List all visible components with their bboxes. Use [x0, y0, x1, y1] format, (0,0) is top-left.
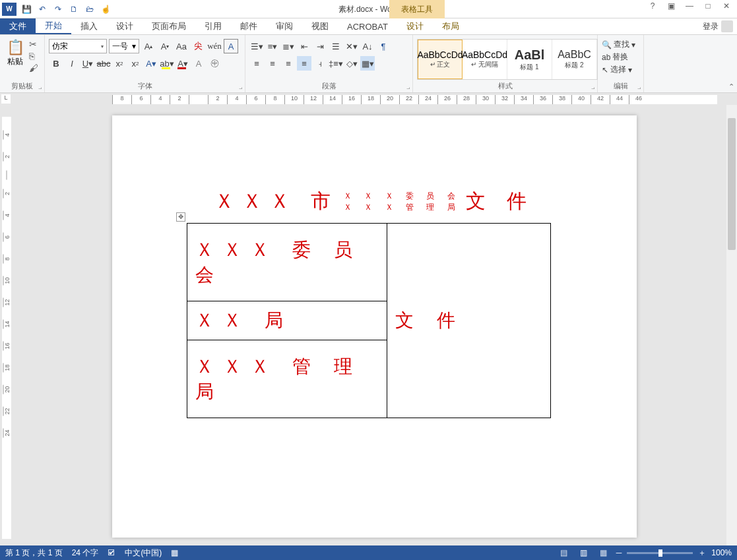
view-web-layout[interactable]: ▦ — [596, 548, 611, 557]
sort-button[interactable]: A↓ — [360, 39, 375, 53]
increase-indent-button[interactable]: ⇥ — [313, 39, 327, 53]
zoom-thumb[interactable] — [658, 549, 662, 557]
cut-icon[interactable]: ✂ — [29, 39, 38, 49]
tab-acrobat[interactable]: ACROBAT — [338, 18, 397, 34]
tab-selector[interactable]: L — [1, 94, 11, 104]
tab-references[interactable]: 引用 — [195, 18, 231, 34]
show-marks-button[interactable]: ¶ — [376, 39, 391, 53]
tab-file[interactable]: 文件 — [0, 18, 36, 34]
vertical-scrollbar[interactable] — [726, 105, 737, 545]
tab-home[interactable]: 开始 — [36, 18, 71, 34]
superscript-button[interactable]: x2 — [128, 56, 143, 71]
bold-button[interactable]: B — [49, 56, 63, 71]
close-button[interactable]: ✕ — [719, 1, 734, 11]
tab-view[interactable]: 视图 — [302, 18, 338, 34]
shrink-font-button[interactable]: A▾ — [158, 39, 172, 53]
document-table[interactable]: ＸＸＸ 委 员 会 文 件 ＸＸ 局 ＸＸＸ 管 理 局 — [187, 223, 551, 418]
new-doc-icon[interactable]: 🗋 — [66, 1, 82, 17]
table-cell-r2c1[interactable]: ＸＸ 局 — [187, 301, 387, 340]
tab-design[interactable]: 设计 — [107, 18, 143, 34]
underline-button[interactable]: U▾ — [80, 56, 95, 71]
view-read-mode[interactable]: ▤ — [557, 548, 571, 557]
document-content[interactable]: ＸＸＸ 市 Ｘ Ｘ Ｘ 委 员 会 Ｘ Ｘ Ｘ 管 理 局 文 件 ✥ ＸＸＸ … — [187, 188, 562, 418]
minimize-button[interactable]: — — [682, 1, 697, 11]
copy-icon[interactable]: ⎘ — [29, 51, 38, 61]
align-center-button[interactable]: ≡ — [265, 56, 280, 71]
collapse-ribbon-button[interactable]: ⌃ — [728, 82, 734, 91]
multilevel-list-button[interactable]: ≣▾ — [281, 39, 296, 53]
find-button[interactable]: 🔍查找▾ — [602, 39, 635, 50]
undo-icon[interactable]: ↶ — [34, 1, 50, 17]
character-shading-button[interactable]: A — [191, 56, 206, 71]
view-print-layout[interactable]: ▥ — [577, 548, 591, 557]
help-button[interactable]: ? — [645, 1, 660, 11]
font-size-combo[interactable]: 一号▾ — [109, 39, 139, 53]
word-count[interactable]: 24 个字 — [72, 547, 99, 559]
sign-in[interactable]: 登录 — [699, 18, 737, 34]
page[interactable]: ＸＸＸ 市 Ｘ Ｘ Ｘ 委 员 会 Ｘ Ｘ Ｘ 管 理 局 文 件 ✥ ＸＸＸ … — [112, 115, 637, 538]
numbering-button[interactable]: ≡▾ — [265, 39, 280, 53]
character-border-button[interactable]: A — [224, 39, 238, 53]
italic-button[interactable]: I — [65, 56, 79, 71]
style-heading-1[interactable]: AaBl标题 1 — [507, 40, 552, 79]
styles-gallery[interactable]: AaBbCcDd↵ 正文 AaBbCcDd↵ 无间隔 AaBl标题 1 AaBb… — [417, 39, 598, 80]
borders-button[interactable]: ▦▾ — [360, 56, 375, 71]
tab-review[interactable]: 审阅 — [267, 18, 302, 34]
zoom-in-button[interactable]: ＋ — [698, 547, 706, 559]
paste-button[interactable]: 📋 粘贴 — [4, 39, 26, 67]
font-color-button[interactable]: A▾ — [176, 56, 190, 71]
style-normal[interactable]: AaBbCcDd↵ 正文 — [418, 40, 463, 79]
highlight-button[interactable]: ab▾ — [160, 56, 174, 71]
redo-icon[interactable]: ↷ — [50, 1, 66, 17]
distributed-button[interactable]: ⫞ — [313, 56, 327, 71]
zoom-out-button[interactable]: ─ — [616, 548, 622, 557]
style-heading-2[interactable]: AaBbC标题 2 — [552, 40, 597, 79]
tab-mailings[interactable]: 邮件 — [231, 18, 267, 34]
tab-table-layout[interactable]: 布局 — [433, 18, 468, 34]
replace-button[interactable]: ab替换 — [602, 51, 635, 63]
decrease-indent-button[interactable]: ⇤ — [297, 39, 311, 53]
line-spacing-button[interactable]: ‡≡▾ — [329, 56, 343, 71]
tab-insert[interactable]: 插入 — [71, 18, 107, 34]
table-cell-merged-right[interactable]: 文 件 — [387, 224, 551, 418]
select-button[interactable]: ↖选择▾ — [602, 64, 635, 75]
shading-button[interactable]: ◇▾ — [344, 56, 359, 71]
tab-table-design[interactable]: 设计 — [397, 18, 433, 34]
table-cell-r1c1[interactable]: ＸＸＸ 委 员 会 — [187, 224, 387, 301]
enclose-characters-button[interactable]: ㊥ — [207, 56, 222, 71]
maximize-button[interactable]: □ — [700, 1, 716, 11]
align-right-button[interactable]: ≡ — [281, 56, 296, 71]
strikethrough-button[interactable]: abc — [96, 56, 111, 71]
tab-page-layout[interactable]: 页面布局 — [143, 18, 195, 34]
word-app-icon[interactable]: W — [2, 3, 16, 16]
subscript-button[interactable]: x2 — [112, 56, 127, 71]
spell-check-icon[interactable]: 🗹 — [108, 548, 115, 557]
table-cell-r3c1[interactable]: ＸＸＸ 管 理 局 — [187, 340, 387, 418]
ltr-button[interactable]: ☰ — [329, 39, 343, 53]
touch-mode-icon[interactable]: ☝ — [98, 1, 113, 17]
text-effects-button[interactable]: A▾ — [144, 56, 158, 71]
zoom-slider[interactable] — [627, 552, 693, 554]
style-no-spacing[interactable]: AaBbCcDd↵ 无间隔 — [463, 40, 507, 79]
rtl-button[interactable]: ✕▾ — [344, 39, 359, 53]
justify-button[interactable]: ≡ — [297, 56, 311, 71]
phonetic-guide-button[interactable]: 尖 — [191, 39, 205, 53]
align-left-button[interactable]: ≡ — [249, 56, 264, 71]
page-indicator[interactable]: 第 1 页，共 1 页 — [5, 547, 63, 559]
zoom-level[interactable]: 100% — [711, 548, 732, 557]
bullets-button[interactable]: ☰▾ — [249, 39, 264, 53]
format-painter-icon[interactable]: 🖌 — [29, 63, 38, 73]
scroll-thumb[interactable] — [728, 118, 736, 250]
save-icon[interactable]: 💾 — [18, 1, 34, 17]
horizontal-ruler[interactable]: 8642246810121416182022242628303234363840… — [13, 93, 737, 105]
vertical-ruler[interactable]: 4224681012141618202224 — [0, 105, 15, 545]
language-indicator[interactable]: 中文(中国) — [125, 547, 162, 559]
change-case-button[interactable]: Aa — [174, 39, 189, 53]
macro-icon[interactable]: ▦ — [171, 548, 178, 557]
table-move-handle[interactable]: ✥ — [176, 212, 185, 222]
grow-font-button[interactable]: A▴ — [141, 39, 156, 53]
open-icon[interactable]: 🗁 — [82, 1, 98, 17]
clear-formatting-button[interactable]: wén — [207, 39, 222, 53]
font-name-combo[interactable]: 仿宋▾ — [49, 39, 107, 53]
ribbon-options-button[interactable]: ▣ — [663, 1, 679, 11]
